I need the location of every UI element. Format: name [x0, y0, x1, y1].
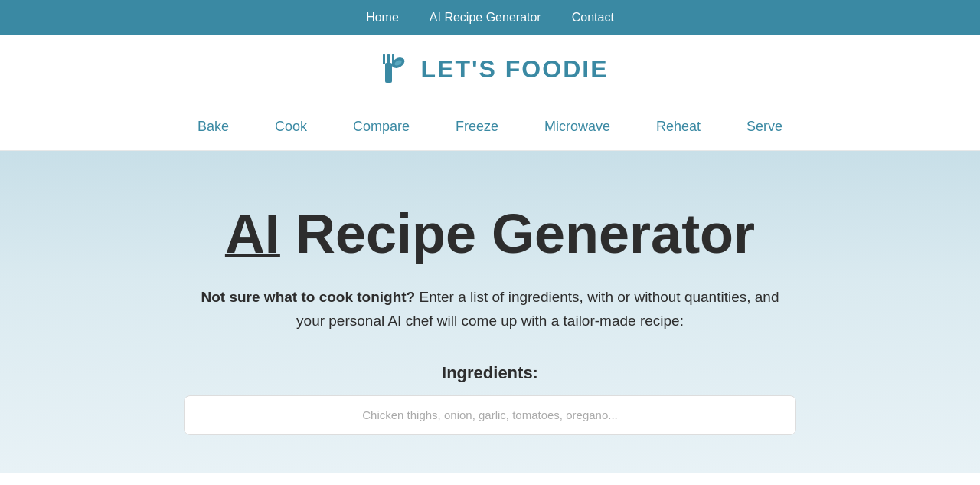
ingredients-placeholder: Chicken thighs, onion, garlic, tomatoes,…: [362, 408, 618, 421]
hero-subtitle: Not sure what to cook tonight? Enter a l…: [199, 286, 781, 333]
logo-container[interactable]: LET'S FOODIE: [372, 49, 609, 89]
hero-title-ai: AI: [225, 203, 280, 264]
svg-rect-0: [383, 54, 385, 64]
ai-recipe-generator-link[interactable]: AI Recipe Generator: [430, 11, 541, 25]
cook-link[interactable]: Cook: [275, 119, 307, 135]
microwave-link[interactable]: Microwave: [544, 119, 610, 135]
secondary-navigation: Bake Cook Compare Freeze Microwave Rehea…: [0, 103, 980, 151]
serve-link[interactable]: Serve: [746, 119, 782, 135]
bake-link[interactable]: Bake: [198, 119, 229, 135]
freeze-link[interactable]: Freeze: [456, 119, 498, 135]
ingredients-input-wrapper[interactable]: Chicken thighs, onion, garlic, tomatoes,…: [184, 395, 796, 435]
reheat-link[interactable]: Reheat: [656, 119, 701, 135]
logo-icon: [372, 49, 412, 89]
home-link[interactable]: Home: [366, 11, 399, 25]
hero-title-rest: Recipe Generator: [280, 203, 755, 264]
top-navigation: Home AI Recipe Generator Contact: [0, 0, 980, 35]
hero-title: AI Recipe Generator: [225, 204, 755, 264]
ingredients-label: Ingredients:: [442, 363, 538, 383]
contact-link[interactable]: Contact: [572, 11, 614, 25]
logo-area: LET'S FOODIE: [0, 35, 980, 103]
hero-section: AI Recipe Generator Not sure what to coo…: [0, 151, 980, 473]
hero-subtitle-bold: Not sure what to cook tonight?: [201, 289, 416, 305]
svg-rect-3: [385, 63, 392, 83]
svg-rect-1: [387, 54, 390, 64]
compare-link[interactable]: Compare: [353, 119, 410, 135]
logo-text: LET'S FOODIE: [421, 55, 609, 84]
